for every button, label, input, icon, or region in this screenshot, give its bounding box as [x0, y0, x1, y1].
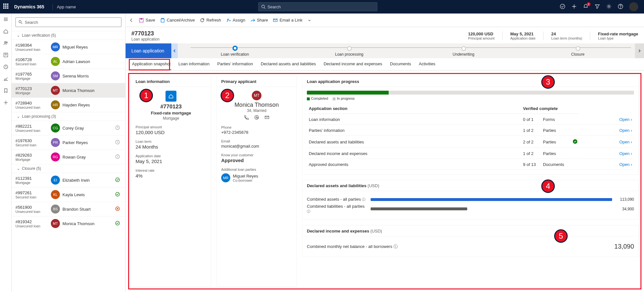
open-link[interactable]: Open › [580, 125, 633, 136]
email-link-button[interactable]: Email a Link [273, 18, 302, 23]
refresh-button[interactable]: Refresh [200, 18, 221, 23]
email-icon[interactable] [254, 115, 259, 121]
list-item[interactable]: #197765MortgageSMSerena Morris [12, 68, 125, 83]
bookmark-icon[interactable] [3, 88, 8, 94]
applicant-meta: 34, Married [221, 108, 292, 113]
form-header: #770123 Loan application 120,000 USDPrin… [126, 27, 644, 43]
list-item[interactable]: #112391MortgageEIElizabeth Irwin [12, 173, 125, 187]
app-launcher-icon[interactable] [3, 4, 10, 10]
tab-declared-income-and-expenses[interactable]: Declared income and expenses [323, 58, 383, 70]
list-item[interactable]: #106728Secured loanALAdrian Lawson [12, 54, 125, 68]
loan-field: Loan term24 Months [136, 140, 206, 150]
gear-icon[interactable] [606, 4, 612, 10]
global-search-input[interactable]: Search [258, 2, 377, 11]
list-item[interactable]: #561900Unsecured loanBSBrandon Stuart [12, 202, 125, 216]
open-link[interactable]: Open › [580, 160, 633, 170]
record-id: #770123 [131, 30, 159, 37]
card-title: Declared income and expenses (USD) [302, 225, 639, 236]
share-button[interactable]: Share [251, 18, 268, 23]
applicant-avatar: MT [252, 91, 261, 100]
form-icon[interactable] [3, 52, 8, 59]
list-group-header[interactable]: ⌄Closure (5) [12, 164, 125, 173]
primary-applicant-card: 2 Primary applicant MT Monica Thomson 34… [216, 76, 297, 287]
process-stage-label[interactable]: Loan application [126, 43, 178, 58]
open-link[interactable]: Open › [580, 136, 633, 148]
filter-icon[interactable] [594, 4, 600, 10]
bell-icon[interactable]: 1 [583, 4, 589, 10]
phone-icon[interactable] [244, 115, 249, 121]
kyc-status: Approved [221, 158, 292, 163]
svg-rect-29 [161, 19, 164, 22]
party-avatar: MR [221, 173, 230, 182]
list-item[interactable]: #997261Secured loanKLKayla Lewis [12, 187, 125, 202]
add-icon[interactable] [571, 4, 577, 10]
tab-documents[interactable]: Documents [389, 58, 412, 70]
home-icon[interactable] [3, 29, 8, 35]
svg-point-0 [262, 5, 265, 8]
process-step[interactable]: Loan processing [292, 45, 406, 57]
tab-application-snapshot[interactable]: Application snapshot [131, 58, 171, 70]
svg-line-1 [264, 8, 265, 9]
info-icon[interactable]: ⓘ [362, 197, 365, 201]
envelope-icon[interactable] [264, 115, 270, 121]
settings-icon[interactable] [3, 100, 8, 106]
income-label: Combined monthly net balance - all borro… [307, 244, 392, 249]
back-button[interactable] [129, 18, 134, 23]
tab-loan-information[interactable]: Loan information [178, 58, 210, 70]
loan-id: #770123 [136, 104, 206, 110]
people-icon[interactable] [3, 41, 8, 47]
loan-field: Application dateMay 5, 2021 [136, 154, 206, 164]
menu-icon[interactable] [3, 17, 8, 23]
list-item[interactable]: #728940Unsecured loanHRHayden Reyes [12, 97, 125, 112]
info-icon[interactable]: ⓘ [393, 244, 398, 249]
search-placeholder: Search [268, 5, 281, 9]
phone-value: +972-2345678 [221, 130, 292, 135]
list-item[interactable]: #829263MortgageRGRowan Gray [12, 150, 125, 164]
svg-point-17 [5, 102, 6, 103]
process-step[interactable]: Closure [521, 45, 635, 57]
loan-type: Fixed-rate mortgage [136, 111, 206, 115]
info-icon[interactable]: ⓘ [307, 209, 310, 213]
income-value: 13,090 [614, 243, 634, 250]
target-icon[interactable] [560, 4, 565, 10]
tab-declared-assets-and-liabilities[interactable]: Declared assets and liabilities [260, 58, 317, 70]
tab-parties-information[interactable]: Parties' information [217, 58, 254, 70]
process-step[interactable]: Underwriting [406, 45, 521, 57]
svg-point-5 [608, 5, 610, 7]
process-step[interactable]: Loan verification [178, 45, 292, 57]
progress-row: Declared assets and liabilities2 of 2Par… [308, 136, 633, 148]
assign-button[interactable]: Assign [226, 18, 245, 23]
list-item[interactable]: #819342Unsecured loanMTMonica Thomson [12, 216, 125, 231]
list-item[interactable]: #197630Secured loanPRParker Reyes [12, 135, 125, 150]
loan-category: Mortgage [136, 116, 206, 121]
progress-row: Loan information0 of 1FormsOpen › [308, 114, 633, 125]
tab-activities[interactable]: Activities [418, 58, 436, 70]
cancel-button[interactable]: Cancel/Archive [160, 18, 195, 23]
save-button[interactable]: Save [139, 18, 155, 23]
list-item[interactable]: #198364Unsecured loanMRMiguel Reyes [12, 40, 125, 54]
list-item[interactable]: #982221Unsecured loanCGCorey Gray [12, 121, 125, 135]
open-link[interactable]: Open › [580, 114, 633, 125]
header-stat: 120,000 USDPrincipal amount [468, 32, 495, 40]
help-icon[interactable] [618, 4, 623, 10]
clock-icon[interactable] [3, 64, 8, 70]
process-collapse-button[interactable] [171, 43, 178, 58]
chart-icon[interactable] [3, 76, 8, 82]
svg-point-32 [255, 115, 259, 119]
process-next-button[interactable] [635, 43, 644, 58]
list-group-header[interactable]: ⌄Loan verification (5) [12, 31, 125, 40]
legend-completed: Completed [311, 96, 328, 100]
list-group-header[interactable]: ⌄Loan processing (3) [12, 112, 125, 121]
process-bar: Loan application Loan verificationLoan p… [126, 43, 644, 58]
svg-point-30 [227, 19, 229, 20]
more-commands-button[interactable] [308, 18, 311, 22]
progress-row: Declared income and expenses1 of 2Partie… [308, 149, 633, 159]
divider [52, 4, 53, 10]
user-avatar[interactable] [629, 2, 638, 11]
form-tabs: Application snapshotLoan informationPart… [126, 58, 644, 70]
card-title: Primary applicant [217, 76, 297, 87]
open-link[interactable]: Open › [580, 149, 633, 159]
progress-table: Application sectionVerified complete Loa… [307, 103, 634, 170]
list-item[interactable]: #770123MortgageMTMonica Thomson [12, 83, 125, 97]
list-search-input[interactable]: Search [15, 17, 121, 27]
